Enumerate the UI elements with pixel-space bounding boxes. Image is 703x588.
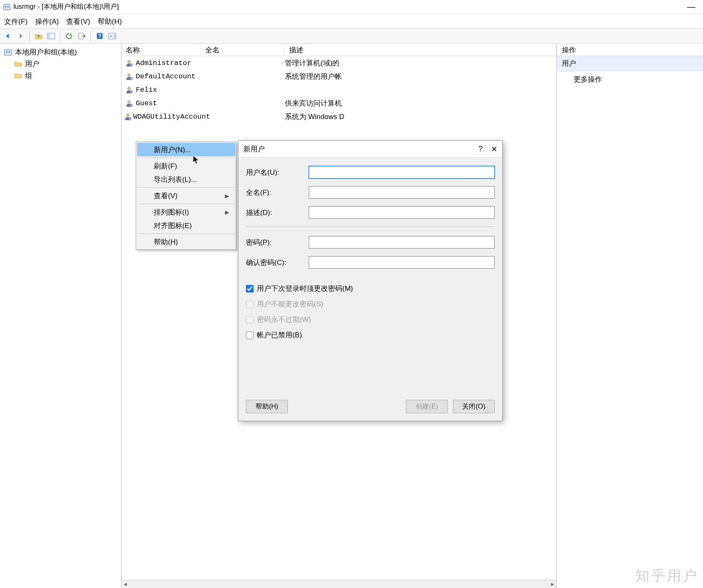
password-input[interactable] bbox=[309, 236, 495, 249]
cm-help[interactable]: 帮助(H) bbox=[137, 235, 235, 249]
confirm-input[interactable] bbox=[309, 256, 495, 269]
actions-more-label: 更多操作 bbox=[574, 75, 602, 83]
menu-bar: 文件(F) 操作(A) 查看(V) 帮助(H) bbox=[0, 14, 703, 28]
horizontal-scrollbar[interactable]: ◄ ► bbox=[121, 580, 556, 588]
chk-disabled[interactable] bbox=[246, 332, 253, 339]
minimize-button[interactable]: — bbox=[682, 2, 700, 12]
actions-more[interactable]: 更多操作 bbox=[557, 71, 703, 88]
dialog-close-btn[interactable]: 关闭(O) bbox=[453, 400, 495, 413]
tree-users-label: 用户 bbox=[25, 59, 39, 69]
tree-root-label: 本地用户和组(本地) bbox=[15, 47, 77, 57]
scroll-right-icon[interactable]: ► bbox=[549, 581, 556, 587]
toolbar-separator bbox=[29, 31, 30, 41]
svg-point-17 bbox=[128, 87, 130, 90]
chevron-right-icon: ▶ bbox=[225, 193, 229, 199]
svg-point-12 bbox=[8, 51, 10, 53]
new-user-dialog: 新用户 ? ✕ 用户名(U): 全名(F): 描述(D): 密码(P): 确认密… bbox=[238, 140, 503, 421]
cm-refresh[interactable]: 刷新(F) bbox=[137, 159, 235, 173]
cm-separator bbox=[138, 204, 234, 204]
col-header-fullname[interactable]: 全名 bbox=[201, 44, 285, 56]
dialog-help-button[interactable]: ? bbox=[478, 145, 483, 153]
col-header-name[interactable]: 名称 bbox=[121, 44, 201, 56]
user-name: WDAGUtilityAccount bbox=[133, 113, 210, 121]
svg-point-15 bbox=[128, 74, 130, 76]
user-row[interactable]: Administrator管理计算机(域)的 bbox=[121, 56, 556, 70]
cm-new-user[interactable]: 新用户(N)... bbox=[137, 143, 235, 156]
dialog-close-button[interactable]: ✕ bbox=[491, 145, 497, 154]
cm-separator bbox=[138, 187, 234, 188]
show-actions-button[interactable] bbox=[107, 31, 118, 41]
svg-rect-0 bbox=[3, 4, 10, 10]
tree-panel: 本地用户和组(本地) 用户 组 bbox=[0, 44, 121, 588]
fullname-input[interactable] bbox=[309, 186, 495, 199]
user-desc: 管理计算机(域)的 bbox=[285, 58, 556, 68]
svg-point-11 bbox=[6, 51, 8, 53]
svg-point-1 bbox=[5, 6, 6, 8]
cm-align[interactable]: 对齐图标(E) bbox=[137, 219, 235, 232]
chk-cannot-change-label: 用户不能更改密码(S) bbox=[257, 299, 323, 309]
tree-groups[interactable]: 组 bbox=[2, 70, 119, 81]
svg-rect-9 bbox=[114, 33, 116, 39]
app-icon bbox=[3, 3, 11, 11]
dialog-body: 用户名(U): 全名(F): 描述(D): 密码(P): 确认密码(C): 用户… bbox=[238, 158, 502, 395]
menu-help[interactable]: 帮助(H) bbox=[98, 17, 122, 26]
dialog-help-btn[interactable]: 帮助(H) bbox=[246, 400, 288, 413]
username-label: 用户名(U): bbox=[246, 168, 309, 177]
refresh-button[interactable] bbox=[64, 31, 75, 41]
users-groups-icon bbox=[3, 48, 13, 56]
user-icon bbox=[124, 59, 134, 67]
scroll-left-icon[interactable]: ◄ bbox=[121, 581, 129, 587]
svg-text:?: ? bbox=[98, 33, 101, 39]
help-button[interactable]: ? bbox=[94, 31, 105, 41]
dialog-title: 新用户 bbox=[243, 144, 478, 154]
menu-file[interactable]: 文件(F) bbox=[4, 17, 28, 26]
actions-header: 操作 bbox=[557, 44, 703, 56]
back-button[interactable] bbox=[3, 31, 13, 41]
col-header-desc[interactable]: 描述 bbox=[285, 44, 556, 56]
user-row[interactable]: Guest供来宾访问计算机 bbox=[121, 96, 556, 110]
cm-refresh-label: 刷新(F) bbox=[154, 161, 177, 171]
chk-never-expire-label: 密码永不过期(W) bbox=[257, 315, 311, 324]
user-name: Administrator bbox=[136, 59, 191, 67]
svg-point-13 bbox=[128, 60, 130, 63]
cm-view[interactable]: 查看(V)▶ bbox=[137, 189, 235, 202]
tree-root[interactable]: 本地用户和组(本地) bbox=[2, 46, 119, 58]
chk-must-change[interactable] bbox=[246, 285, 253, 293]
actions-panel: 操作 用户 更多操作 bbox=[556, 44, 703, 588]
cm-view-label: 查看(V) bbox=[154, 191, 178, 201]
user-icon bbox=[124, 99, 134, 107]
username-input[interactable] bbox=[309, 166, 495, 179]
export-list-button[interactable] bbox=[76, 31, 87, 41]
toolbar-separator bbox=[60, 31, 60, 41]
dialog-titlebar: 新用户 ? ✕ bbox=[238, 141, 502, 158]
up-folder-button[interactable] bbox=[33, 31, 44, 41]
chk-must-change-label: 用户下次登录时须更改密码(M) bbox=[257, 284, 353, 293]
chevron-right-icon: ▶ bbox=[225, 209, 229, 215]
cm-new-user-label: 新用户(N)... bbox=[154, 145, 191, 155]
folder-icon bbox=[13, 60, 23, 68]
user-icon bbox=[124, 112, 132, 121]
toolbar: ? bbox=[0, 28, 703, 44]
tree-users[interactable]: 用户 bbox=[2, 58, 119, 70]
svg-point-21 bbox=[127, 114, 129, 117]
chk-disabled-label: 帐户已禁用(B) bbox=[257, 330, 302, 340]
cm-align-label: 对齐图标(E) bbox=[154, 221, 192, 231]
cm-arrange[interactable]: 排列图标(I)▶ bbox=[137, 205, 235, 219]
show-hide-tree-button[interactable] bbox=[46, 31, 57, 41]
desc-input[interactable] bbox=[309, 206, 495, 219]
svg-point-19 bbox=[128, 101, 130, 103]
confirm-label: 确认密码(C): bbox=[246, 258, 309, 267]
dialog-create-btn[interactable]: 创建(E) bbox=[406, 400, 448, 413]
forward-button[interactable] bbox=[15, 31, 26, 41]
menu-view[interactable]: 查看(V) bbox=[66, 17, 90, 26]
user-desc: 供来宾访问计算机 bbox=[285, 98, 556, 108]
cm-help-label: 帮助(H) bbox=[154, 237, 178, 247]
user-row[interactable]: Felix bbox=[121, 83, 556, 96]
menu-action[interactable]: 操作(A) bbox=[35, 17, 59, 26]
user-name: DefaultAccount bbox=[136, 73, 196, 80]
actions-section-users[interactable]: 用户 bbox=[557, 56, 703, 71]
user-row[interactable]: DefaultAccount系统管理的用户帐 bbox=[121, 70, 556, 83]
cm-export[interactable]: 导出列表(L)... bbox=[137, 173, 235, 186]
password-label: 密码(P): bbox=[246, 238, 309, 247]
user-row[interactable]: WDAGUtilityAccount系统为 Windows D bbox=[121, 110, 556, 123]
